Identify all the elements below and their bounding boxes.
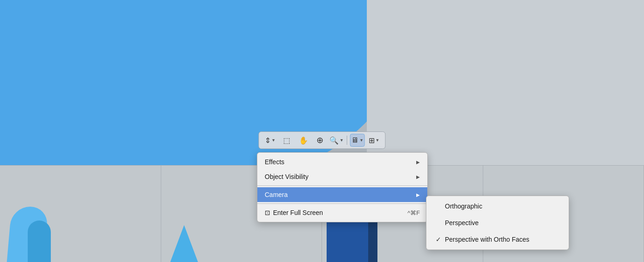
object-blue-2 (28, 220, 51, 262)
camera-submenu: Orthographic Perspective ✓ Perspective w… (426, 196, 569, 250)
menu-item-object-visibility[interactable]: Object Visibility ▶ (257, 169, 427, 184)
display-icon: 🖥 (351, 136, 358, 144)
orthographic-label: Orthographic (445, 202, 482, 210)
perspective-ortho-check: ✓ (436, 236, 445, 243)
display-dropdown-menu: Effects ▶ Object Visibility ▶ Camera ▶ ⊡… (257, 152, 428, 222)
submenu-item-orthographic[interactable]: Orthographic (426, 198, 569, 214)
perspective-ortho-label: Perspective with Ortho Faces (445, 236, 529, 243)
effects-submenu-arrow: ▶ (416, 160, 420, 165)
transform-icon: ⇕ (265, 136, 271, 145)
transform-dropdown-arrow: ▼ (272, 138, 276, 143)
display-dropdown-arrow: ▼ (359, 138, 364, 143)
object-blue-3 (170, 225, 198, 262)
transform-tool-button[interactable]: ⇕ ▼ (263, 134, 278, 147)
orthographic-check (436, 202, 445, 210)
sky-area (0, 0, 644, 175)
grid-dropdown-arrow: ▼ (376, 138, 380, 143)
zoom-dropdown-arrow: ▼ (340, 138, 344, 143)
pan-tool-button[interactable]: ✋ (296, 134, 311, 147)
select-box-button[interactable]: ⬚ (279, 134, 294, 147)
camera-label: Camera (265, 191, 288, 198)
object-visibility-submenu-arrow: ▶ (416, 174, 420, 179)
display-button[interactable]: 🖥 ▼ (350, 134, 365, 147)
fullscreen-label: Enter Full Screen (273, 209, 323, 216)
menu-item-fullscreen[interactable]: ⊡ Enter Full Screen ^⌘F (257, 205, 427, 220)
fullscreen-shortcut: ^⌘F (407, 209, 420, 216)
toolbar: ⇕ ▼ ⬚ ✋ ⊕ 🔍 ▼ 🖥 ▼ ⊞ ▼ (259, 131, 386, 149)
menu-item-effects[interactable]: Effects ▶ (257, 155, 427, 169)
sky-gray (367, 0, 644, 175)
effects-label: Effects (265, 158, 285, 166)
pan-icon: ✋ (299, 136, 308, 145)
menu-item-camera[interactable]: Camera ▶ (257, 187, 427, 202)
menu-separator-2 (257, 203, 427, 204)
zoom-in-icon: ⊕ (316, 135, 323, 145)
object-visibility-label: Object Visibility (265, 173, 309, 180)
grid-icon: ⊞ (369, 136, 375, 145)
submenu-item-perspective[interactable]: Perspective (426, 214, 569, 231)
perspective-label: Perspective (445, 219, 479, 226)
fullscreen-icon: ⊡ (265, 209, 270, 216)
menu-separator-1 (257, 185, 427, 186)
zoom-icon: 🔍 (329, 136, 339, 145)
select-box-icon: ⬚ (283, 136, 290, 145)
sky-blue (0, 0, 416, 175)
floor-panel-1: AIRMACHINE (0, 165, 161, 262)
grid-button[interactable]: ⊞ ▼ (367, 134, 382, 147)
toolbar-separator-1 (347, 136, 347, 145)
camera-submenu-arrow: ▶ (416, 192, 420, 197)
submenu-item-perspective-ortho[interactable]: ✓ Perspective with Ortho Faces (426, 231, 569, 248)
perspective-check (436, 219, 445, 226)
zoom-button[interactable]: 🔍 ▼ (329, 134, 344, 147)
zoom-in-button[interactable]: ⊕ (313, 134, 328, 147)
